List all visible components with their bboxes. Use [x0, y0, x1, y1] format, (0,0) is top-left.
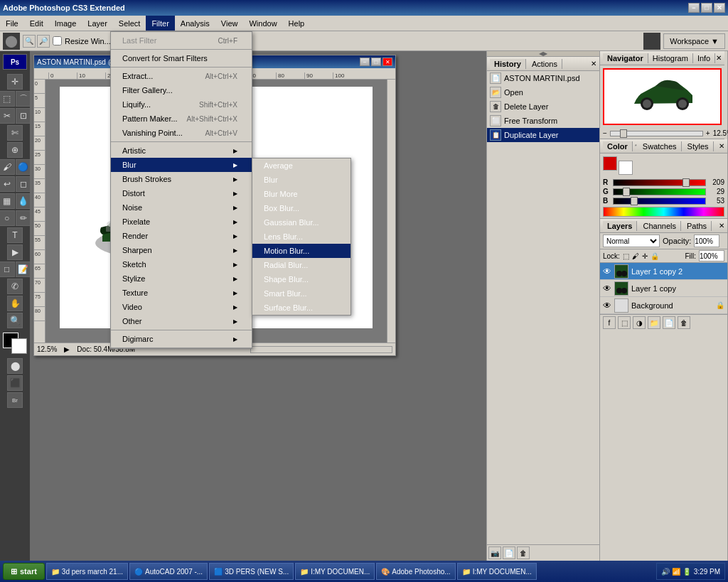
eraser-tool[interactable]: ◻	[16, 176, 31, 192]
start-button[interactable]: ⊞ start	[3, 563, 45, 580]
background-color[interactable]	[11, 338, 27, 354]
collapse-handle[interactable]: ◀▶	[487, 51, 599, 57]
history-item-transform[interactable]: ⬜ Free Transform	[487, 114, 599, 128]
layer-mask-btn[interactable]: ⬚	[618, 316, 631, 329]
tab-history[interactable]: History	[490, 59, 526, 69]
history-brush[interactable]: ↩	[0, 176, 15, 192]
workspace-button[interactable]: Workspace ▼	[663, 33, 725, 49]
doc-maximize-btn[interactable]: □	[371, 58, 381, 66]
opacity-input[interactable]	[694, 235, 719, 247]
new-snapshot-btn[interactable]: 📷	[488, 546, 501, 559]
menu-file[interactable]: File	[0, 16, 24, 31]
zoom-slider[interactable]	[610, 131, 703, 136]
dd-pixelate[interactable]: Pixelate ▶	[111, 215, 252, 229]
dd-texture[interactable]: Texture ▶	[111, 286, 252, 300]
lock-all-icon[interactable]: 🔒	[651, 252, 659, 260]
menu-select[interactable]: Select	[113, 16, 146, 31]
tool-options-icon[interactable]: ⬤	[3, 33, 20, 50]
fill-input[interactable]	[699, 250, 724, 262]
menu-edit[interactable]: Edit	[24, 16, 49, 31]
path-select-tool[interactable]: ▶	[7, 244, 23, 260]
menu-image[interactable]: Image	[49, 16, 82, 31]
blur-blur[interactable]: Blur	[252, 173, 350, 187]
dd-sketch[interactable]: Sketch ▶	[111, 257, 252, 271]
maximize-button[interactable]: □	[701, 3, 712, 13]
history-item-delete[interactable]: 🗑 Delete Layer	[487, 99, 599, 114]
marquee-tool[interactable]: ⬚	[0, 91, 15, 107]
dd-noise[interactable]: Noise ▶	[111, 200, 252, 215]
taskbar-3d-new[interactable]: 🟦 3D PERS (NEW S...	[209, 563, 294, 580]
foreground-swatch[interactable]	[603, 156, 617, 171]
delete-state-btn[interactable]: 🗑	[517, 546, 530, 559]
layer-style-btn[interactable]: f	[603, 316, 616, 329]
menu-view[interactable]: View	[215, 16, 244, 31]
doc-minimize-btn[interactable]: −	[360, 58, 370, 66]
taskbar-autocad[interactable]: 🔵 AutoCAD 2007 -...	[129, 563, 208, 580]
dd-last-filter[interactable]: Last Filter Ctrl+F	[111, 33, 252, 48]
quick-mask-btn[interactable]: ⬤	[7, 358, 23, 374]
tab-layers[interactable]: Layers	[603, 221, 637, 231]
blur-box[interactable]: Box Blur...	[252, 201, 350, 215]
color-panel-close[interactable]: ✕	[719, 142, 724, 150]
history-panel-close[interactable]: ✕	[591, 60, 596, 68]
color-spectrum[interactable]	[603, 207, 724, 217]
dodge-tool[interactable]: ○	[0, 210, 15, 226]
taskbar-my-doc2[interactable]: 📁 I:MY DOCUMEN...	[457, 563, 537, 580]
blur-tool[interactable]: 💧	[16, 193, 31, 209]
notes-tool[interactable]: 📝	[16, 262, 31, 277]
quick-select-tool[interactable]: ✂	[0, 108, 15, 124]
layer-group-btn[interactable]: 📁	[648, 316, 660, 329]
blue-slider[interactable]	[613, 198, 706, 205]
healing-brush[interactable]: ⊕	[7, 142, 23, 158]
blur-smart[interactable]: Smart Blur...	[252, 286, 350, 301]
foreground-background[interactable]	[3, 333, 27, 354]
dd-vanishing-point[interactable]: Vanishing Point... Alt+Ctrl+V	[111, 126, 252, 140]
tab-navigator[interactable]: Navigator	[603, 53, 648, 63]
move-tool[interactable]: ✛	[7, 74, 23, 90]
menu-layer[interactable]: Layer	[82, 16, 113, 31]
dd-video[interactable]: Video ▶	[111, 300, 252, 314]
stamp-tool[interactable]: 🔵	[16, 159, 31, 175]
zoom-minus[interactable]: −	[603, 129, 607, 137]
shape-tool[interactable]: □	[0, 262, 15, 277]
zoom-tool[interactable]: 🔍	[7, 313, 23, 328]
menu-analysis[interactable]: Analysis	[175, 16, 215, 31]
blur-average[interactable]: Average	[252, 158, 350, 173]
dd-distort[interactable]: Distort ▶	[111, 186, 252, 200]
tab-histogram[interactable]: Histogram	[648, 53, 693, 63]
eyedropper-tool[interactable]: ✆	[7, 279, 23, 294]
eye-icon-bg[interactable]: 👁	[603, 301, 611, 311]
dd-liquify[interactable]: Liquify... Shift+Ctrl+X	[111, 97, 252, 112]
hand-tool[interactable]: ✋	[7, 296, 23, 311]
slice-tool[interactable]: ✄	[7, 125, 23, 141]
lock-position-icon[interactable]: ✛	[642, 252, 648, 260]
menu-filter[interactable]: Filter	[146, 16, 174, 31]
blur-surface[interactable]: Surface Blur...	[252, 301, 350, 315]
tab-actions[interactable]: Actions	[528, 59, 562, 69]
lock-image-icon[interactable]: 🖌	[632, 252, 639, 260]
history-item-duplicate[interactable]: 📋 Duplicate Layer	[487, 128, 599, 142]
resize-windows-checkbox[interactable]	[53, 36, 62, 45]
zoom-plus[interactable]: +	[706, 129, 710, 137]
red-slider[interactable]	[613, 179, 706, 186]
dd-blur[interactable]: Blur ▶ Average Blur Blur More Box Blur..…	[111, 158, 252, 172]
delete-layer-btn[interactable]: 🗑	[678, 316, 690, 329]
dd-other[interactable]: Other ▶	[111, 314, 252, 328]
tab-paths[interactable]: Paths	[682, 221, 712, 231]
blur-radial[interactable]: Radial Blur...	[252, 258, 350, 272]
adjustment-layer-btn[interactable]: ◑	[633, 316, 646, 329]
minimize-button[interactable]: −	[688, 3, 700, 13]
dd-artistic[interactable]: Artistic ▶	[111, 144, 252, 158]
vertical-scrollbar[interactable]	[387, 80, 395, 343]
dd-pattern-maker[interactable]: Pattern Maker... Alt+Shift+Ctrl+X	[111, 112, 252, 126]
pen-tool[interactable]: ✏	[16, 210, 31, 226]
layers-panel-close[interactable]: ✕	[719, 222, 724, 230]
triangle-btn[interactable]: ▶	[64, 345, 70, 353]
taskbar-3d-pers[interactable]: 📁 3d pers march 21...	[46, 563, 128, 580]
blur-gaussian[interactable]: Gaussian Blur...	[252, 215, 350, 230]
cs3-bridge-btn[interactable]: Br	[7, 392, 23, 408]
history-item-open[interactable]: 📂 Open	[487, 85, 599, 99]
type-tool[interactable]: T	[7, 227, 23, 243]
blur-lens[interactable]: Lens Blur...	[252, 230, 350, 244]
taskbar-my-doc1[interactable]: 📁 I:MY DOCUMEN...	[295, 563, 375, 580]
